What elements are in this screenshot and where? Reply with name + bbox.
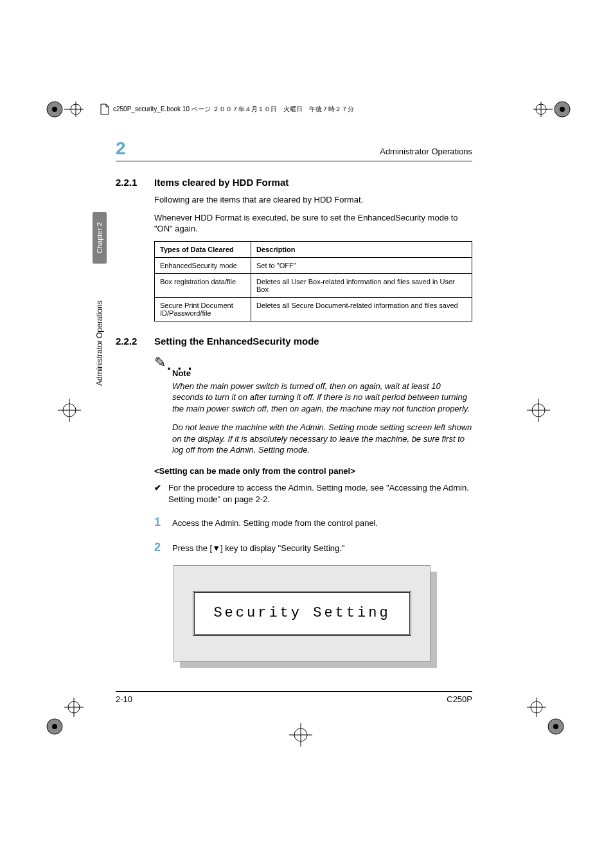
body-text: Following are the items that are cleared… [154,194,472,206]
svg-point-9 [560,107,565,112]
step-text: Press the [▼] key to display "Security S… [172,543,345,554]
chapter-number: 2 [116,138,126,159]
crop-mark-bottom-left [45,698,84,736]
reg-mark-left [58,399,81,422]
step-2: 2 Press the [▼] key to display "Security… [154,539,472,556]
table-row: Secure Print Document ID/Password/file D… [155,297,472,321]
reg-mark-bottom-center [289,723,312,746]
prerequisite-item: ✔ For the procedure to access the Admin.… [154,482,472,505]
pencil-icon: ✎ [154,356,166,370]
section-222-heading: 2.2.2 Setting the EnhancedSecurity mode [116,336,472,347]
note-text: When the main power switch is turned off… [172,381,472,415]
step-text: Access the Admin. Setting mode from the … [172,518,378,529]
step-number: 2 [154,539,172,556]
lcd-screenshot: Security Setting [173,565,431,662]
lcd-text: Security Setting [193,591,411,636]
prerequisite-text: For the procedure to access the Admin. S… [168,482,472,505]
svg-point-28 [553,724,558,729]
book-header: c250P_security_E.book 10 ページ ２００７年４月１０日 … [100,104,354,115]
note-block: ✎ . . . Note When the main power switch … [154,356,472,456]
note-text: Do not leave the machine with the Admin.… [172,422,472,456]
table-row: Box registration data/file Deletes all U… [155,273,472,297]
table-header-cell: Types of Data Cleared [155,241,251,257]
step-1: 1 Access the Admin. Setting mode from th… [154,514,472,530]
running-head: 2 Administrator Operations [116,138,472,161]
section-number: 2.2.1 [116,177,154,188]
page-icon [100,104,109,115]
crop-mark-top-right [533,96,572,122]
check-icon: ✔ [154,482,168,505]
crop-mark-top-left [45,96,84,122]
cleared-items-table: Types of Data Cleared Description Enhanc… [154,241,472,321]
svg-point-1 [52,107,57,112]
note-label: Note [172,368,472,378]
svg-point-20 [52,724,57,729]
book-header-text: c250P_security_E.book 10 ページ ２００７年４月１０日 … [113,105,354,114]
section-title: Items cleared by HDD Format [154,177,289,188]
section-221-heading: 2.2.1 Items cleared by HDD Format [116,177,472,188]
table-row: EnhancedSecurity mode Set to "OFF" [155,257,472,273]
reg-mark-right [527,399,550,422]
body-text: Whenever HDD Format is executed, be sure… [154,212,472,235]
model-number: C250P [447,694,472,704]
chapter-tab: Chapter 2 [93,212,107,264]
table-header-row: Types of Data Cleared Description [155,241,472,257]
running-title: Administrator Operations [380,147,472,156]
section-number: 2.2.2 [116,336,154,347]
page-number: 2-10 [116,694,132,704]
step-number: 1 [154,514,172,530]
table-header-cell: Description [251,241,472,257]
side-section-label: Administrator Operations [95,283,104,386]
page-footer: 2-10 C250P [116,691,472,704]
crop-mark-bottom-right [527,698,565,736]
section-title: Setting the EnhancedSecurity mode [154,336,319,347]
subheading: <Setting can be made only from the contr… [154,466,472,476]
